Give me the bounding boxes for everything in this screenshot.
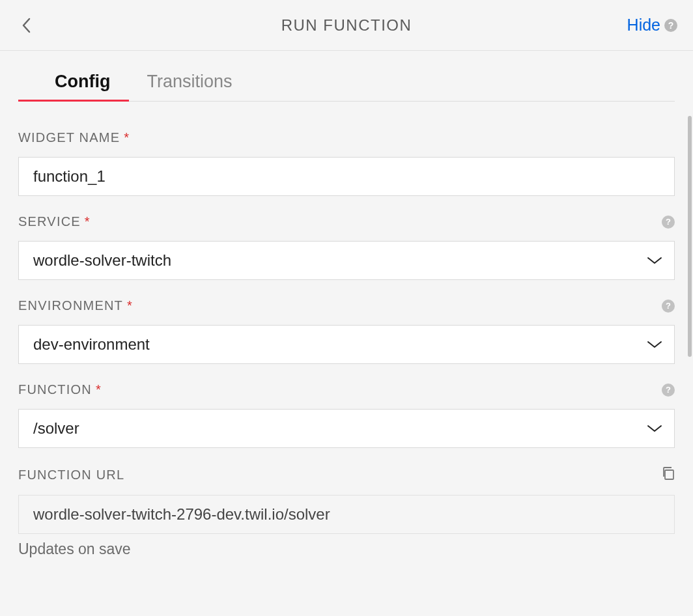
label-text: SERVICE <box>18 214 81 229</box>
help-icon[interactable]: ? <box>662 300 675 313</box>
svg-rect-0 <box>665 470 673 479</box>
function-value: /solver <box>33 419 79 438</box>
panel-title: RUN FUNCTION <box>281 16 412 35</box>
label-row: WIDGET NAME* <box>18 130 675 145</box>
widget-name-input[interactable] <box>18 157 675 196</box>
label-row: FUNCTION* ? <box>18 382 675 397</box>
panel-header: RUN FUNCTION Hide ? <box>0 0 693 51</box>
chevron-down-icon <box>647 340 662 349</box>
environment-value: dev-environment <box>33 335 150 354</box>
function-label: FUNCTION* <box>18 382 102 397</box>
function-url-value: wordle-solver-twitch-2796-dev.twil.io/so… <box>33 505 330 524</box>
hide-group: Hide ? <box>627 16 677 35</box>
panel-content: Config Transitions WIDGET NAME* SERVICE*… <box>0 66 693 558</box>
service-value: wordle-solver-twitch <box>33 251 171 270</box>
chevron-down-icon <box>647 424 662 433</box>
copy-icon[interactable] <box>662 466 675 483</box>
function-url-hint: Updates on save <box>18 540 675 558</box>
chevron-down-icon <box>647 256 662 265</box>
widget-name-label: WIDGET NAME* <box>18 130 130 145</box>
help-icon[interactable]: ? <box>662 384 675 397</box>
field-environment: ENVIRONMENT* ? dev-environment <box>18 298 675 364</box>
label-row: FUNCTION URL <box>18 466 675 483</box>
required-marker: * <box>127 298 133 313</box>
environment-label: ENVIRONMENT* <box>18 298 133 313</box>
label-text: WIDGET NAME <box>18 130 120 145</box>
chevron-left-icon <box>21 18 31 33</box>
field-service: SERVICE* ? wordle-solver-twitch <box>18 214 675 280</box>
label-row: ENVIRONMENT* ? <box>18 298 675 313</box>
field-function: FUNCTION* ? /solver <box>18 382 675 448</box>
required-marker: * <box>96 382 102 397</box>
scrollbar[interactable] <box>686 51 693 616</box>
function-url-label: FUNCTION URL <box>18 468 124 483</box>
service-select[interactable]: wordle-solver-twitch <box>18 241 675 280</box>
label-row: SERVICE* ? <box>18 214 675 229</box>
label-text: ENVIRONMENT <box>18 298 123 313</box>
function-url-display: wordle-solver-twitch-2796-dev.twil.io/so… <box>18 495 675 534</box>
label-text: FUNCTION URL <box>18 468 124 482</box>
service-label: SERVICE* <box>18 214 91 229</box>
config-form: WIDGET NAME* SERVICE* ? wordle-solver-tw… <box>18 102 675 558</box>
scrollbar-thumb[interactable] <box>688 116 692 357</box>
environment-select[interactable]: dev-environment <box>18 325 675 364</box>
tab-transitions[interactable]: Transitions <box>147 66 232 101</box>
required-marker: * <box>124 130 130 145</box>
field-function-url: FUNCTION URL wordle-solver-twitch-2796-d… <box>18 466 675 558</box>
help-icon[interactable]: ? <box>664 19 677 32</box>
help-icon[interactable]: ? <box>662 216 675 229</box>
tab-config[interactable]: Config <box>55 66 110 101</box>
field-widget-name: WIDGET NAME* <box>18 130 675 196</box>
function-select[interactable]: /solver <box>18 409 675 448</box>
back-button[interactable] <box>14 14 38 37</box>
tabs: Config Transitions <box>18 66 675 102</box>
required-marker: * <box>85 214 91 229</box>
label-text: FUNCTION <box>18 382 92 397</box>
hide-link[interactable]: Hide <box>627 16 660 35</box>
